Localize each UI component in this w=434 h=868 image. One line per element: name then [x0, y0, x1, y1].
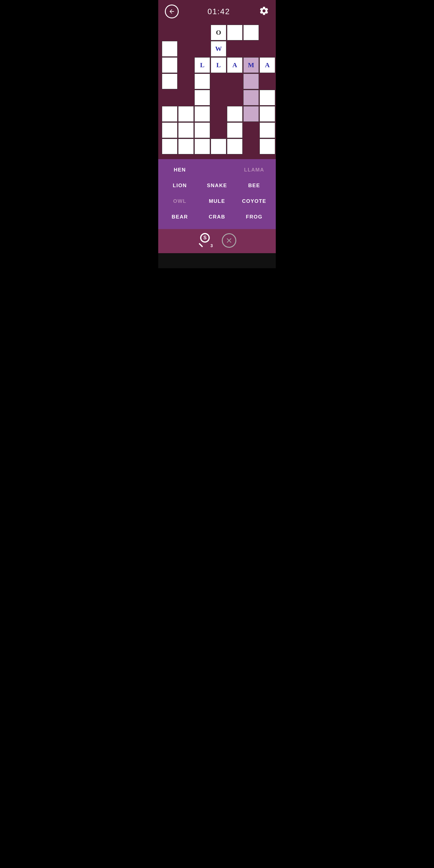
magnify-handle — [198, 243, 203, 247]
grid-cell[interactable] — [178, 106, 194, 122]
nav-bar — [158, 253, 276, 268]
grid-cell[interactable] — [227, 25, 243, 40]
search-count: 3 — [210, 243, 213, 248]
grid-cell[interactable] — [243, 73, 259, 89]
grid-cell[interactable] — [194, 73, 210, 89]
crossword-grid[interactable]: OWLLAMA — [162, 25, 272, 154]
magnify-circle: S — [200, 233, 210, 243]
word-row: LIONSNAKEBEE — [158, 178, 276, 193]
grid-cell[interactable] — [162, 57, 178, 73]
word-item[interactable]: LLAMA — [236, 164, 273, 176]
grid-cell[interactable] — [194, 138, 210, 154]
grid-cell[interactable]: M — [243, 57, 259, 73]
cell-letter: A — [227, 58, 242, 73]
word-item[interactable]: BEAR — [161, 211, 198, 223]
grid-cell[interactable] — [162, 138, 178, 154]
word-item[interactable]: LION — [161, 180, 198, 192]
grid-cell[interactable] — [227, 122, 243, 138]
grid-cell[interactable] — [243, 25, 259, 40]
grid-cell[interactable]: L — [194, 57, 210, 73]
grid-cell[interactable] — [162, 122, 178, 138]
grid-cell[interactable] — [243, 106, 259, 122]
header: 01:42 — [158, 0, 276, 22]
word-row: BEARCRABFROG — [158, 209, 276, 225]
cell-letter: L — [211, 58, 226, 73]
grid-area: OWLLAMA — [158, 22, 276, 159]
grid-cell[interactable] — [211, 138, 226, 154]
word-item[interactable]: CRAB — [198, 211, 236, 223]
grid-cell[interactable] — [243, 90, 259, 105]
word-item[interactable] — [198, 167, 236, 173]
word-item[interactable]: MULE — [198, 195, 236, 207]
cell-letter: O — [211, 25, 226, 40]
word-row: OWLMULECOYOTE — [158, 193, 276, 209]
word-item[interactable]: OWL — [161, 195, 198, 207]
timer: 01:42 — [207, 7, 230, 16]
grid-cell[interactable] — [259, 90, 275, 105]
search-button[interactable]: S 3 — [198, 233, 213, 248]
grid-cell[interactable]: O — [211, 25, 226, 40]
close-button[interactable] — [222, 233, 236, 248]
cell-letter: M — [244, 58, 258, 73]
word-row: HENLLAMA — [158, 162, 276, 178]
grid-cell[interactable] — [178, 138, 194, 154]
grid-cell[interactable] — [162, 73, 178, 89]
grid-cell[interactable]: A — [227, 57, 243, 73]
grid-cell[interactable]: L — [211, 57, 226, 73]
cell-letter: L — [195, 58, 210, 73]
grid-cell[interactable] — [259, 106, 275, 122]
grid-cell[interactable] — [162, 41, 178, 57]
word-item[interactable]: FROG — [236, 211, 273, 223]
word-list-area: HENLLAMALIONSNAKEBEEOWLMULECOYOTEBEARCRA… — [158, 159, 276, 229]
grid-cell[interactable] — [162, 106, 178, 122]
grid-cell[interactable] — [259, 138, 275, 154]
word-item[interactable]: HEN — [161, 164, 198, 176]
grid-cell[interactable] — [194, 106, 210, 122]
word-item[interactable]: COYOTE — [236, 195, 273, 207]
back-button[interactable] — [165, 4, 179, 19]
settings-button[interactable] — [259, 6, 269, 17]
magnify-s-letter: S — [204, 235, 207, 241]
grid-cell[interactable] — [227, 106, 243, 122]
grid-cell[interactable] — [194, 122, 210, 138]
grid-cell[interactable]: W — [211, 41, 226, 57]
word-item[interactable]: SNAKE — [198, 180, 236, 192]
grid-cell[interactable] — [227, 138, 243, 154]
grid-cell[interactable]: A — [259, 57, 275, 73]
cell-letter: W — [211, 41, 226, 56]
word-item[interactable]: BEE — [236, 180, 273, 192]
bottom-toolbar: S 3 — [158, 229, 276, 253]
grid-cell[interactable] — [194, 90, 210, 105]
grid-cell[interactable] — [178, 122, 194, 138]
grid-cell[interactable] — [259, 122, 275, 138]
cell-letter: A — [260, 58, 275, 73]
